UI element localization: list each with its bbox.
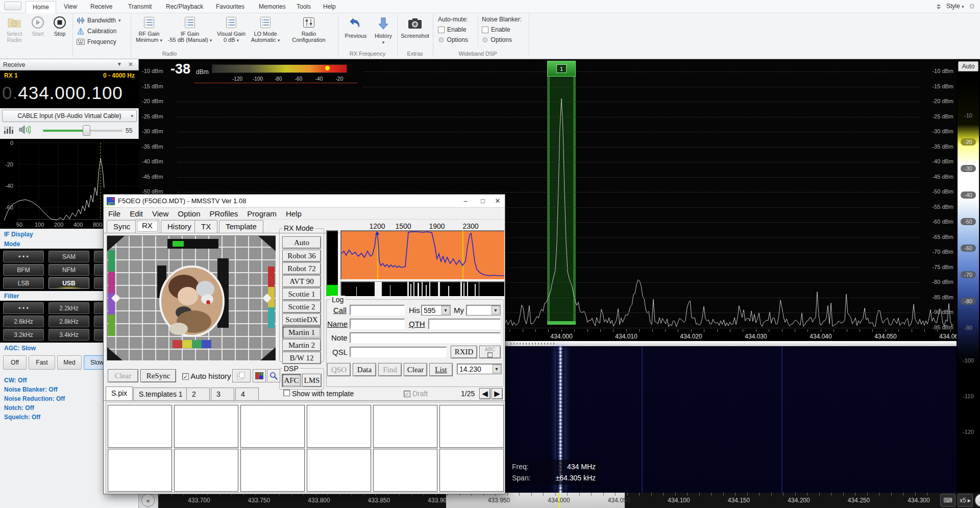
minimize-button[interactable]: – <box>458 195 473 207</box>
palette-label[interactable]: -10 <box>957 112 980 118</box>
next-page-button[interactable]: ▶ <box>492 388 503 399</box>
list-button[interactable]: List <box>429 363 453 376</box>
style-menu[interactable]: Style ▾ <box>946 3 964 10</box>
show-with-template-checkbox[interactable]: Show with template <box>283 390 354 398</box>
band-label[interactable]: 433.750 <box>236 497 282 504</box>
tab-transmit[interactable]: Transmit <box>121 1 158 13</box>
thumbnail-slot[interactable] <box>240 449 305 492</box>
band-label[interactable]: 433.800 <box>296 497 342 504</box>
filter-32-button[interactable]: 3.2kHz <box>3 329 44 341</box>
frequency-button[interactable]: Frequency <box>77 37 116 47</box>
tab-tx[interactable]: TX <box>194 220 217 233</box>
band-label[interactable]: 434.300 <box>896 497 942 504</box>
call-input[interactable] <box>350 305 405 316</box>
copy-image-button[interactable] <box>232 369 251 382</box>
abc-decode-button[interactable]: ABC <box>479 346 501 358</box>
speaker-icon[interactable] <box>18 125 31 135</box>
mode-bfm-button[interactable]: BFM <box>3 264 44 276</box>
band-label[interactable]: 434.200 <box>776 497 822 504</box>
menu-program[interactable]: Program <box>242 209 281 218</box>
tab-rx[interactable]: RX <box>135 219 159 233</box>
rxmode-bw12-button[interactable]: B/W 12 <box>282 352 321 364</box>
rxmode-martin2-button[interactable]: Martin 2 <box>282 339 321 351</box>
tab-rec-playback[interactable]: Rec/Playback <box>159 1 210 13</box>
his-select[interactable]: 595▼ <box>421 305 451 316</box>
thumbnail-slot[interactable] <box>439 449 504 492</box>
magnifier-button[interactable] <box>267 369 280 382</box>
collapse-ribbon-icon[interactable] <box>935 3 942 10</box>
palette-label[interactable]: -90 <box>957 325 980 331</box>
lms-button[interactable]: LMS <box>302 374 322 387</box>
band-label[interactable]: 434.000 <box>536 497 582 504</box>
band-label[interactable]: 434.100 <box>656 497 702 504</box>
tab-3[interactable]: 3 <box>211 388 234 400</box>
palette-label[interactable]: -50 <box>957 219 980 225</box>
tab-home[interactable]: Home <box>26 1 56 13</box>
band-label[interactable]: 434.250 <box>836 497 882 504</box>
rxmode-scottiedx-button[interactable]: ScottieDX <box>282 313 321 326</box>
palette-label[interactable]: -110 <box>957 393 980 399</box>
rxmode-auto-button[interactable]: Auto <box>282 236 321 249</box>
start-button[interactable]: Start <box>28 14 48 37</box>
agc-fast-button[interactable]: Fast <box>29 355 55 370</box>
stop-button[interactable]: Stop <box>49 14 70 37</box>
if-gain-button[interactable]: IF Gain-55 dB (Manual) ▾ <box>166 14 213 43</box>
close-button[interactable]: ✕ <box>490 195 505 207</box>
palette-label[interactable]: -70 <box>957 272 980 278</box>
tab-2[interactable]: 2 <box>186 388 210 400</box>
tab-spix[interactable]: S.pix <box>106 386 133 401</box>
select-radio-button[interactable]: Select Radio <box>2 14 27 43</box>
rxmode-robot36-button[interactable]: Robot 36 <box>282 250 321 262</box>
band-label[interactable]: 433.850 <box>356 497 402 504</box>
status-noise-reduction[interactable]: Noise Reduction: Off <box>4 395 65 402</box>
status-notch[interactable]: Notch: Off <box>4 404 34 412</box>
mode-lsb-button[interactable]: LSB <box>3 277 44 289</box>
thumbnail-slot[interactable] <box>174 449 238 492</box>
noise-blanker-enable-checkbox[interactable]: Enable <box>482 25 510 35</box>
find-button[interactable]: Find <box>378 363 402 376</box>
rf-gain-button[interactable]: RF GainMinimum ▾ <box>133 14 165 43</box>
data-button[interactable]: Data <box>353 363 376 376</box>
tab-favourites[interactable]: Favourites <box>209 1 251 13</box>
qsl-input[interactable] <box>350 347 447 357</box>
filter-22-button[interactable]: 2.2kHz <box>48 302 89 314</box>
clear-image-button[interactable]: Clear <box>108 369 138 382</box>
tab-template[interactable]: Template <box>219 220 263 233</box>
rxmode-robot72-button[interactable]: Robot 72 <box>282 262 321 275</box>
rxmode-scottie1-button[interactable]: Scottie 1 <box>282 288 321 300</box>
band-label[interactable]: 433.900 <box>416 497 462 504</box>
menu-view[interactable]: View <box>148 209 173 218</box>
log-frequency-select[interactable]: 14.230▼ <box>457 364 502 374</box>
thumbnail-slot[interactable] <box>240 405 305 448</box>
automute-enable-checkbox[interactable]: Enable <box>438 25 466 35</box>
band-label[interactable]: 433.950 <box>476 497 522 504</box>
menu-option[interactable]: Option <box>173 209 205 218</box>
shift-left-button[interactable]: « <box>141 494 155 507</box>
chevron-down-icon[interactable]: ▼ <box>492 306 500 315</box>
maximize-button[interactable]: □ <box>475 195 491 207</box>
thumbnail-slot[interactable] <box>108 405 172 448</box>
zoom-x5-button[interactable]: x5▶ <box>958 494 973 507</box>
tab-memories[interactable]: Memories <box>252 1 292 13</box>
thumbnail-slot[interactable] <box>373 405 437 448</box>
palette-label[interactable]: -80 <box>957 298 980 304</box>
sstv-spectrum[interactable] <box>340 230 505 280</box>
automute-options-button[interactable]: ⚙Options <box>438 35 468 45</box>
settings-gear-icon[interactable]: ⚙ <box>969 2 975 10</box>
prev-page-button[interactable]: ◀ <box>479 388 491 399</box>
my-select[interactable]: ▼ <box>466 305 501 316</box>
tab-4[interactable]: 4 <box>235 388 259 400</box>
tab-stemplates1[interactable]: S.templates 1 <box>133 388 188 400</box>
band-label[interactable]: 433.700 <box>176 497 222 504</box>
filter-28-button[interactable]: 2.8kHz <box>48 316 89 327</box>
thumbnail-slot[interactable] <box>307 449 371 492</box>
tab-sync[interactable]: Sync <box>107 220 137 233</box>
sstv-received-image[interactable] <box>107 235 276 361</box>
status-cw[interactable]: CW: Off <box>4 377 27 384</box>
screenshot-button[interactable]: Screenshot <box>399 14 431 39</box>
rxmode-avt90-button[interactable]: AVT 90 <box>282 275 321 287</box>
thumbnail-slot[interactable] <box>439 405 504 448</box>
clear-log-button[interactable]: Clear <box>404 363 427 376</box>
palette-label[interactable]: -30 <box>957 165 980 172</box>
radio-configuration-button[interactable]: RadioConfiguration <box>283 14 335 43</box>
